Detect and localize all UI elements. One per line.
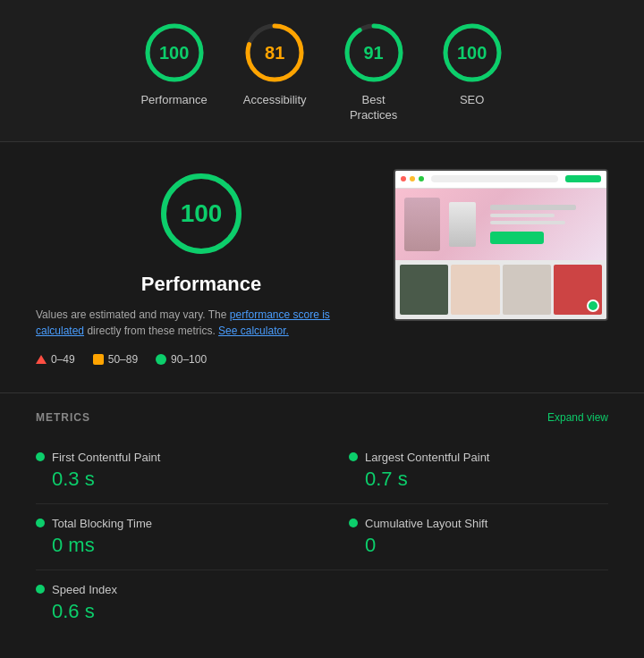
metric-cls-label-row: Cumulative Layout Shift	[349, 517, 608, 530]
metric-fcp-dot	[36, 452, 45, 461]
legend-green-label: 90–100	[171, 353, 207, 366]
score-value-accessibility: 81	[265, 43, 284, 63]
metric-cls: Cumulative Layout Shift 0	[322, 504, 608, 570]
metrics-header: METRICS Expand view	[36, 411, 608, 424]
metrics-section: METRICS Expand view First Contentful Pai…	[0, 393, 644, 654]
legend: 0–49 50–89 90–100	[36, 353, 207, 366]
metric-lcp-label-row: Largest Contentful Paint	[349, 451, 608, 464]
metric-tbt: Total Blocking Time 0 ms	[36, 504, 322, 570]
score-accessibility[interactable]: 81 Accessibility	[243, 21, 307, 123]
screenshot-green-dot	[587, 299, 599, 312]
metric-tbt-label-row: Total Blocking Time	[36, 517, 322, 530]
performance-title: Performance	[36, 273, 367, 296]
score-label-best-practices: BestPractices	[350, 93, 397, 123]
score-value-seo: 100	[457, 43, 487, 63]
screenshot-hero-area	[395, 189, 606, 260]
metric-si-label-row: Speed Index	[36, 583, 322, 596]
metric-fcp-value: 0.3 s	[36, 468, 322, 491]
metric-lcp-label: Largest Contentful Paint	[365, 451, 489, 464]
grid-cell-3	[503, 265, 551, 315]
metric-si-label: Speed Index	[52, 583, 117, 596]
screenshot-grid-area	[395, 260, 606, 319]
score-performance[interactable]: 100 Performance	[140, 21, 207, 123]
product-image-secondary	[449, 202, 476, 247]
metric-lcp: Largest Contentful Paint 0.7 s	[322, 438, 608, 504]
score-label-seo: SEO	[460, 93, 484, 108]
metric-tbt-label: Total Blocking Time	[52, 517, 152, 530]
legend-orange: 50–89	[93, 353, 138, 366]
calculator-link[interactable]: See calculator.	[218, 325, 289, 337]
metric-fcp-label-row: First Contentful Paint	[36, 451, 322, 464]
score-circle-seo: 100	[441, 21, 504, 84]
grid-cell-2	[451, 265, 499, 315]
metric-si: Speed Index 0.6 s	[36, 570, 322, 636]
main-content: 100 Performance Values are estimated and…	[0, 142, 644, 392]
legend-red-icon	[36, 355, 47, 364]
legend-red-label: 0–49	[51, 353, 75, 366]
metric-lcp-dot	[349, 452, 358, 461]
grid-cell-1	[400, 265, 448, 315]
legend-green: 90–100	[156, 353, 207, 366]
screenshot-inner	[395, 171, 606, 319]
score-circle-best-practices: 91	[343, 21, 405, 84]
browser-dot-red	[401, 176, 406, 181]
big-score-circle: 100	[157, 169, 246, 258]
metric-fcp: First Contentful Paint 0.3 s	[36, 438, 322, 504]
score-circle-performance: 100	[143, 21, 206, 84]
product-image-main	[404, 198, 440, 251]
screenshot-browser-bar	[395, 171, 606, 189]
metric-cls-dot	[349, 519, 358, 527]
metrics-title: METRICS	[36, 411, 90, 424]
performance-detail: 100 Performance Values are estimated and…	[36, 169, 367, 366]
metric-si-dot	[36, 585, 45, 594]
website-screenshot	[394, 169, 608, 321]
score-label-accessibility: Accessibility	[243, 93, 307, 108]
score-value-best-practices: 91	[363, 43, 383, 63]
metric-tbt-value: 0 ms	[36, 534, 322, 557]
big-score-value: 100	[181, 199, 223, 228]
metric-fcp-label: First Contentful Paint	[52, 451, 160, 464]
metric-si-value: 0.6 s	[36, 600, 322, 623]
score-circle-accessibility: 81	[243, 21, 306, 84]
legend-green-icon	[156, 354, 166, 365]
metric-tbt-dot	[36, 519, 45, 527]
metric-lcp-value: 0.7 s	[349, 468, 608, 491]
score-best-practices[interactable]: 91 BestPractices	[343, 21, 405, 123]
metric-cls-value: 0	[349, 534, 608, 557]
metric-cls-label: Cumulative Layout Shift	[365, 517, 487, 530]
browser-dot-green	[419, 176, 424, 181]
expand-view-button[interactable]: Expand view	[547, 411, 608, 424]
performance-description: Values are estimated and may vary. The p…	[36, 307, 367, 339]
scores-section: 100 Performance 81 Accessibility 91 Best…	[0, 0, 644, 142]
score-value-performance: 100	[159, 43, 189, 63]
legend-orange-label: 50–89	[108, 353, 138, 366]
metrics-grid: First Contentful Paint 0.3 s Largest Con…	[36, 438, 608, 636]
browser-dot-yellow	[410, 176, 415, 181]
legend-red: 0–49	[36, 353, 75, 366]
score-label-performance: Performance	[140, 93, 207, 108]
score-seo[interactable]: 100 SEO	[441, 21, 504, 123]
legend-orange-icon	[93, 354, 104, 365]
